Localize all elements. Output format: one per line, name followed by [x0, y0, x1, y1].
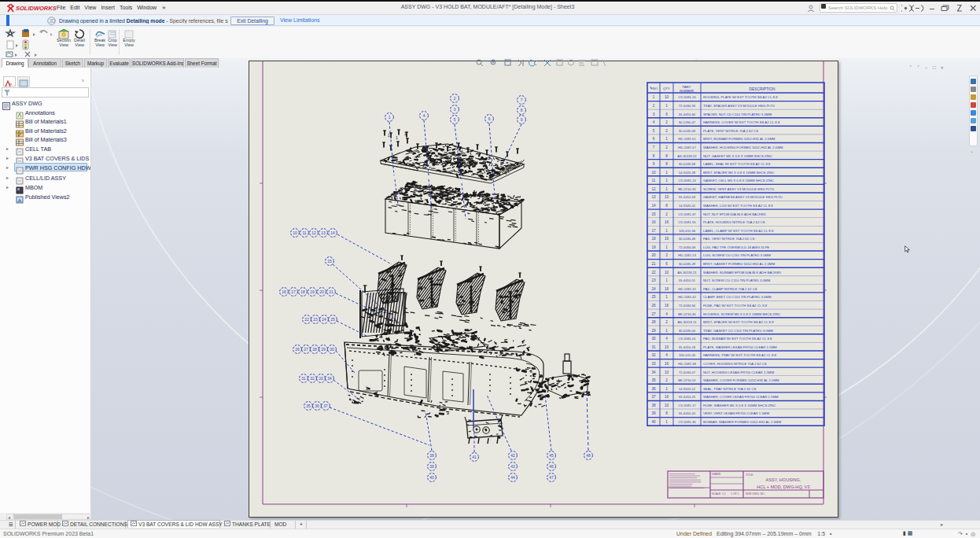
svg-text:34: 34 — [651, 370, 656, 374]
svg-text:5: 5 — [454, 118, 456, 122]
svg-text:30-0245-28: 30-0245-28 — [679, 262, 696, 266]
svg-text:FUSE, WASHER M5 X 0.8 X 16MM S: FUSE, WASHER M5 X 0.8 X 16MM SHCS ZINC — [703, 404, 776, 407]
svg-text:14-5520-41: 14-5520-41 — [679, 204, 696, 208]
svg-text:25: 25 — [651, 295, 656, 299]
svg-text:29: 29 — [651, 329, 656, 333]
svg-text:1: 1 — [665, 137, 668, 141]
svg-text:26: 26 — [295, 348, 300, 352]
svg-text:15: 15 — [327, 260, 332, 263]
svg-text:TRAY, GASKET CU C110 TIN PLATE: TRAY, GASKET CU C110 TIN PLATED 3.0MM — [703, 329, 773, 333]
svg-text:6: 6 — [665, 112, 668, 116]
svg-text:HD-1182-13: HD-1182-13 — [678, 253, 696, 257]
svg-text:32: 32 — [651, 353, 656, 357]
svg-text:13: 13 — [321, 231, 326, 235]
svg-text:55-4410-59: 55-4410-59 — [679, 195, 696, 199]
svg-text:36: 36 — [651, 387, 656, 391]
svg-text:NO.: NO. — [653, 87, 658, 90]
svg-text:8: 8 — [665, 204, 668, 208]
svg-text:HARNESS, COVER W/ EXT TOOTH SS: HARNESS, COVER W/ EXT TOOTH SS A2 CL 8.8 — [703, 120, 780, 124]
svg-text:34: 34 — [327, 377, 332, 381]
svg-text:72-0034-08: 72-0034-08 — [679, 245, 696, 249]
svg-text:37: 37 — [323, 404, 328, 408]
svg-text:30: 30 — [330, 348, 334, 352]
svg-text:31: 31 — [651, 345, 656, 349]
svg-text:14-5520-12: 14-5520-12 — [679, 387, 696, 391]
svg-text:1: 1 — [665, 187, 668, 191]
svg-text:10: 10 — [665, 404, 669, 407]
svg-text:LUG, SCREW CU C110 TIN PLATED: LUG, SCREW CU C110 TIN PLATED 3.0MM — [703, 253, 771, 257]
svg-text:4: 4 — [423, 114, 426, 118]
svg-text:2: 2 — [653, 104, 655, 108]
svg-text:3D: 3D — [49, 18, 56, 24]
svg-text:39: 39 — [651, 411, 656, 415]
svg-text:42: 42 — [510, 454, 515, 458]
svg-text:TITLE:: TITLE: — [746, 474, 753, 477]
svg-text:ASSY, HOUSING,: ASSY, HOUSING, — [766, 477, 801, 482]
svg-text:2: 2 — [665, 146, 668, 149]
svg-text:BUSBAR, WASHER FORMED 5052-H32: BUSBAR, WASHER FORMED 5052-H32 AL 2.0MM — [703, 420, 781, 424]
svg-text:HD-1182-42: HD-1182-42 — [678, 295, 696, 299]
svg-text:PLATE, WASHER LEXAN FR700 CLEA: PLATE, WASHER LEXAN FR700 CLEAR 1.5MM — [703, 345, 777, 349]
svg-text:35: 35 — [306, 404, 311, 408]
svg-text:CV-2081-24: CV-2081-24 — [678, 95, 696, 99]
svg-text:LABEL, SEAL W/ EXT TOOTH SS A2: LABEL, SEAL W/ EXT TOOTH SS A2 CL 8.8 — [703, 162, 771, 166]
svg-text:26: 26 — [651, 304, 656, 308]
svg-text:30: 30 — [651, 337, 656, 341]
svg-text:55-4410-51: 55-4410-51 — [679, 278, 696, 282]
svg-text:CV-2081-17: CV-2081-17 — [678, 404, 696, 407]
svg-text:PLATE, HOUSING NITRILE 70A 2.6: PLATE, HOUSING NITRILE 70A 2.62 CS — [703, 220, 765, 224]
svg-text:6: 6 — [665, 262, 668, 266]
svg-text:2: 2 — [665, 212, 668, 216]
svg-text:BRKT, SPACER W/ EXT TOOTH SS A: BRKT, SPACER W/ EXT TOOTH SS A2 CL 8.8 — [703, 320, 774, 324]
svg-text:30-0245-58: 30-0245-58 — [679, 162, 696, 166]
svg-text:16: 16 — [665, 362, 669, 366]
svg-text:45: 45 — [549, 454, 554, 458]
svg-text:33: 33 — [319, 377, 323, 381]
svg-text:WASHER, COVER LEXAN FR700 CLEA: WASHER, COVER LEXAN FR700 CLEAR 1.5MM — [703, 395, 779, 399]
svg-text:BK-2210-45: BK-2210-45 — [678, 312, 696, 316]
svg-text:16: 16 — [665, 395, 669, 399]
svg-text:6: 6 — [653, 137, 655, 141]
svg-text:NUT, SCREW CU C110 TIN PLATED: NUT, SCREW CU C110 TIN PLATED 3.0MM — [703, 278, 771, 282]
svg-text:8: 8 — [521, 109, 523, 112]
svg-text:19: 19 — [651, 245, 656, 249]
svg-text:NUT, HOUSING LEXAN FR700 CLEAR: NUT, HOUSING LEXAN FR700 CLEAR 1.5MM — [703, 370, 774, 374]
svg-text:14: 14 — [651, 204, 656, 208]
svg-text:28: 28 — [651, 320, 656, 324]
svg-text:4: 4 — [665, 312, 668, 316]
svg-text:3: 3 — [653, 112, 655, 116]
svg-text:11: 11 — [303, 231, 307, 235]
svg-text:23: 23 — [651, 278, 656, 282]
svg-text:LABEL, CLAMP W/ EXT TOOTH SS A: LABEL, CLAMP W/ EXT TOOTH SS A2 CL 8.8 — [703, 229, 774, 233]
svg-text:16: 16 — [665, 304, 669, 308]
svg-text:36: 36 — [315, 404, 319, 408]
svg-text:4: 4 — [665, 337, 668, 341]
svg-text:1: 1 — [389, 116, 391, 120]
svg-text:GASKET, CELL M5 X 0.8 X 16MM S: GASKET, CELL M5 X 0.8 X 16MM SHCS ZINC — [703, 179, 774, 182]
svg-text:21: 21 — [651, 262, 656, 266]
svg-text:2: 2 — [665, 378, 668, 382]
svg-text:BRKT, SPACER M5 X 0.8 X 16MM S: BRKT, SPACER M5 X 0.8 X 16MM SHCS ZINC — [703, 171, 775, 175]
svg-text:10: 10 — [665, 370, 669, 374]
svg-text:1: 1 — [404, 131, 407, 136]
svg-text:TRAY, SPACER ASSY V3 MODULE HS: TRAY, SPACER ASSY V3 MODULE HSG PLTD — [703, 104, 775, 108]
svg-text:18: 18 — [300, 290, 305, 294]
svg-text:10: 10 — [665, 95, 669, 99]
svg-text:NUT, GASKET M5 X 0.8 X 16MM SH: NUT, GASKET M5 X 0.8 X 16MM SHCS ZINC — [703, 154, 772, 158]
svg-text:55-4410-60: 55-4410-60 — [679, 112, 696, 116]
svg-text:16: 16 — [665, 220, 669, 224]
svg-text:3: 3 — [454, 108, 456, 112]
svg-text:HD-1182-32: HD-1182-32 — [678, 287, 696, 291]
svg-text:27: 27 — [651, 312, 656, 316]
svg-text:DRAWN: DRAWN — [712, 473, 720, 476]
svg-text:18: 18 — [651, 237, 656, 241]
svg-text:CLAMP, BRKT CU C110 TIN PLATED: CLAMP, BRKT CU C110 TIN PLATED 3.0MM — [703, 295, 772, 299]
svg-text:HD-1182-38: HD-1182-38 — [678, 362, 696, 366]
svg-text:CV-2081-13: CV-2081-13 — [678, 179, 696, 182]
svg-text:AS-30118-22: AS-30118-22 — [677, 154, 697, 158]
svg-text:1 OF 1: 1 OF 1 — [731, 492, 739, 496]
svg-text:1: 1 — [665, 387, 668, 391]
svg-text:CV-2081-47: CV-2081-47 — [678, 212, 696, 216]
svg-text:2: 2 — [454, 97, 456, 101]
svg-text:2: 2 — [665, 129, 668, 133]
